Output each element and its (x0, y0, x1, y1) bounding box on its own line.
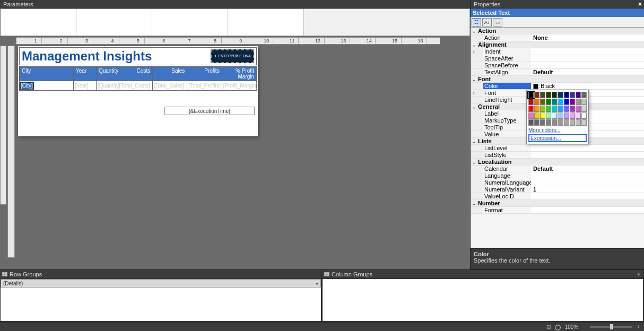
property-category[interactable]: ⌄Localization (471, 159, 644, 166)
color-swatch[interactable] (534, 92, 539, 98)
color-swatch[interactable] (534, 106, 539, 112)
detail-cell[interactable]: [Quantity] (96, 81, 118, 91)
report-header[interactable]: Management Insights ✦ ENTERPRISE DNA (19, 47, 257, 65)
color-swatch[interactable] (552, 119, 557, 126)
color-swatch[interactable] (540, 106, 545, 112)
color-swatch[interactable] (540, 99, 545, 105)
alphabetical-button[interactable]: A↓ (482, 18, 492, 27)
color-swatch[interactable] (546, 99, 551, 105)
color-swatch[interactable] (552, 92, 557, 98)
zoom-out-icon[interactable]: ◯ (555, 324, 561, 330)
color-swatch[interactable] (564, 99, 569, 105)
report-table[interactable]: CityYearQuantityCostsSalesProfits% Profi… (19, 66, 257, 91)
column-header[interactable]: Quantity (96, 67, 118, 81)
color-swatch[interactable] (540, 112, 545, 119)
detail-cell[interactable]: [Total_Sales] (153, 81, 187, 91)
param-cell[interactable] (1, 9, 76, 36)
column-header[interactable]: Sales (153, 67, 187, 81)
detail-cell[interactable]: [Year] (74, 81, 97, 91)
color-swatch[interactable] (558, 112, 563, 119)
color-swatch[interactable] (570, 92, 575, 98)
property-row[interactable]: ValueLocID (471, 193, 644, 200)
property-row[interactable]: ActionNone (471, 34, 644, 41)
property-row[interactable]: ›Indent (471, 48, 644, 55)
color-swatch[interactable] (570, 106, 575, 112)
zoom-plus-icon[interactable]: + (637, 324, 640, 330)
color-swatch[interactable] (576, 112, 581, 119)
color-swatch[interactable] (558, 106, 563, 112)
execution-time-textbox[interactable]: [&ExecutionTime] (164, 107, 255, 115)
color-swatch[interactable] (570, 99, 575, 105)
column-header[interactable]: % Profit Margin (222, 67, 256, 81)
property-row[interactable]: SpaceAfter (471, 55, 644, 62)
property-row[interactable]: Language (471, 172, 644, 179)
design-surface[interactable]: 12345678910111213141516 Management Insig… (0, 36, 470, 269)
color-swatch[interactable] (576, 106, 581, 112)
color-swatch[interactable] (528, 92, 534, 98)
property-row[interactable]: TextAlignDefault (471, 69, 644, 76)
property-row[interactable]: NumeralVariant1 (471, 186, 644, 193)
detail-cell[interactable]: [Profit_Margin] (222, 81, 256, 91)
color-swatch[interactable] (581, 106, 587, 112)
property-category[interactable]: ⌄Font (471, 76, 644, 83)
param-cell[interactable] (76, 9, 152, 36)
color-swatch[interactable] (558, 99, 563, 105)
property-row[interactable]: ListLevel (471, 145, 644, 152)
color-swatch[interactable] (581, 112, 587, 119)
color-swatch[interactable] (534, 112, 539, 119)
property-category[interactable]: ⌄Action (471, 28, 644, 34)
color-swatch[interactable] (540, 92, 545, 98)
chevron-down-icon[interactable]: ▾ (316, 280, 318, 287)
color-swatch[interactable] (581, 119, 587, 126)
color-swatch[interactable] (528, 106, 534, 112)
color-swatch[interactable] (558, 92, 563, 98)
color-swatch[interactable] (552, 99, 557, 105)
detail-cell[interactable]: [City] (20, 81, 74, 91)
color-swatch[interactable] (576, 92, 581, 98)
color-swatch[interactable] (546, 119, 551, 126)
zoom-minus-icon[interactable]: − (582, 324, 586, 330)
color-swatch[interactable] (564, 112, 569, 119)
detail-cell[interactable]: [Total_Profits] (187, 81, 222, 91)
logo-image[interactable]: ✦ ENTERPRISE DNA (211, 49, 254, 63)
property-row[interactable]: Format (471, 207, 644, 214)
color-swatch[interactable] (570, 119, 575, 126)
color-swatch[interactable] (546, 106, 551, 112)
color-swatch[interactable] (552, 106, 557, 112)
color-swatch[interactable] (534, 119, 539, 126)
expression-link[interactable]: Expression... (528, 134, 587, 142)
zoom-slider[interactable] (590, 326, 632, 328)
color-swatch[interactable] (581, 99, 587, 105)
color-swatch[interactable] (564, 92, 569, 98)
color-swatch[interactable] (546, 112, 551, 119)
color-swatch[interactable] (528, 99, 534, 105)
color-swatch[interactable] (558, 119, 563, 126)
fit-width-icon[interactable]: ⊡ (546, 324, 551, 330)
row-group-item[interactable]: (Details)▾ (1, 279, 321, 288)
color-swatch[interactable] (576, 119, 581, 126)
close-icon[interactable]: × (638, 0, 644, 8)
detail-cell[interactable]: [Total_Costs] (118, 81, 152, 91)
column-header[interactable]: Costs (118, 67, 152, 81)
categorized-button[interactable]: ☷ (472, 18, 481, 27)
column-header[interactable]: Year (74, 67, 97, 81)
color-swatch[interactable] (534, 99, 539, 105)
color-swatch[interactable] (528, 112, 534, 119)
color-swatch[interactable] (552, 112, 557, 119)
property-category[interactable]: ⌄Number (471, 200, 644, 207)
color-swatch[interactable] (570, 112, 575, 119)
parameters-area[interactable] (0, 8, 470, 36)
more-colors-link[interactable]: More colors... (528, 126, 587, 134)
property-row[interactable]: NumeralLanguage (471, 179, 644, 186)
property-pages-button[interactable]: ▭ (493, 18, 502, 27)
color-swatch[interactable] (581, 92, 587, 98)
color-swatch[interactable] (546, 92, 551, 98)
color-swatch[interactable] (540, 119, 545, 126)
property-row[interactable]: SpaceBefore (471, 62, 644, 69)
param-cell[interactable] (152, 9, 228, 36)
color-swatch[interactable] (528, 119, 534, 126)
report-body[interactable]: Management Insights ✦ ENTERPRISE DNA Cit… (18, 46, 258, 136)
column-header[interactable]: Profits (187, 67, 222, 81)
param-cell[interactable] (228, 9, 304, 36)
column-header[interactable]: City (20, 67, 74, 81)
